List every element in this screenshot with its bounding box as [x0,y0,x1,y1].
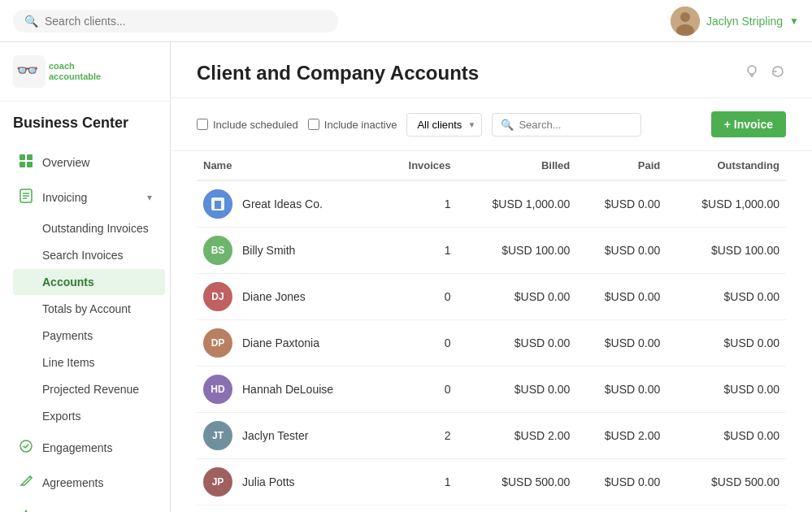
main-content: Client and Company Accounts Include sche… [171,42,812,512]
cell-paid: $USD 0.00 [576,505,667,513]
cell-invoices: 0 [384,505,457,513]
cell-billed: $USD 2.00 [458,413,577,459]
svg-rect-18 [215,201,218,204]
table-row[interactable]: PPPoppy Paxton0$USD 0.00$USD 0.00$USD 0.… [197,505,786,513]
include-scheduled-input[interactable] [197,119,208,130]
bulb-icon[interactable] [744,63,760,84]
sidebar-item-totals-by-account[interactable]: Totals by Account [13,296,165,322]
sidebar-item-line-items[interactable]: Line Items [13,349,165,375]
logo-area: 👓 coachaccountable [0,42,170,102]
cell-invoices: 1 [384,180,457,228]
search-invoices-label: Search Invoices [42,249,124,262]
cell-name: BSBilly Smith [197,228,384,274]
include-scheduled-label: Include scheduled [213,119,298,131]
table-search-input[interactable] [519,119,632,131]
line-items-label: Line Items [42,356,95,369]
table-row[interactable]: BSBilly Smith1$USD 100.00$USD 0.00$USD 1… [197,228,786,274]
row-name-label: Great Ideas Co. [242,197,323,210]
client-filter-select[interactable]: All clients [406,113,482,137]
include-inactive-checkbox[interactable]: Include inactive [308,119,397,131]
sidebar-item-overview[interactable]: Overview [5,145,165,179]
accounts-table: Name Invoices Billed Paid Outstanding Gr… [197,151,786,512]
cell-paid: $USD 2.00 [576,413,667,459]
offerings-icon [18,509,34,512]
sidebar-item-agreements[interactable]: Agreements [5,466,165,499]
cell-invoices: 1 [384,459,457,505]
agreements-icon [18,474,34,491]
header-icons [744,63,786,84]
row-name-label: Diane Paxtonia [242,336,319,349]
include-inactive-input[interactable] [308,119,319,130]
avatar [671,7,700,36]
table-search-bar[interactable]: 🔍 [492,113,641,137]
row-name-label: Billy Smith [242,244,295,257]
cell-paid: $USD 0.00 [576,459,667,505]
sidebar-item-accounts[interactable]: Accounts [13,269,165,295]
add-invoice-button[interactable]: + Invoice [711,111,786,137]
table-row[interactable]: Great Ideas Co.1$USD 1,000.00$USD 0.00$U… [197,180,786,228]
avatar [203,189,232,219]
table-row[interactable]: JPJulia Potts1$USD 500.00$USD 0.00$USD 5… [197,459,786,505]
avatar: DJ [203,282,232,311]
agreements-label: Agreements [42,476,103,489]
cell-billed: $USD 0.00 [458,505,577,513]
avatar: BS [203,236,232,265]
sidebar-item-exports[interactable]: Exports [13,403,165,429]
client-search-bar[interactable]: 🔍 [13,10,338,33]
main-header: Client and Company Accounts [171,42,812,98]
table-row[interactable]: HDHannah DeLouise0$USD 0.00$USD 0.00$USD… [197,367,786,413]
col-billed: Billed [458,151,577,180]
client-search-input[interactable] [45,15,327,28]
svg-rect-19 [218,201,221,204]
sidebar-item-payments[interactable]: Payments [13,323,165,349]
client-filter-wrap[interactable]: All clients [406,113,482,137]
cell-name: DJDiane Jones [197,274,384,320]
sidebar-item-projected-revenue[interactable]: Projected Revenue [13,376,165,402]
svg-text:👓: 👓 [16,59,39,81]
totals-by-account-label: Totals by Account [42,302,131,315]
cell-name: HDHannah DeLouise [197,367,384,413]
cell-outstanding: $USD 0.00 [667,413,786,459]
sidebar-title: Business Center [0,102,170,145]
sidebar-item-outstanding-invoices[interactable]: Outstanding Invoices [13,215,165,241]
table-row[interactable]: DJDiane Jones0$USD 0.00$USD 0.00$USD 0.0… [197,274,786,320]
sidebar-item-engagements[interactable]: Engagements [5,431,165,464]
cell-billed: $USD 0.00 [458,320,577,367]
user-menu[interactable]: Jaclyn Stripling ▼ [671,7,799,36]
cell-outstanding: $USD 0.00 [667,274,786,320]
table-search-icon: 🔍 [501,119,514,131]
row-name-label: Hannah DeLouise [242,383,333,396]
row-name-label: Jaclyn Tester [242,429,308,442]
sidebar-item-invoicing[interactable]: Invoicing ▾ [5,180,165,214]
svg-rect-20 [215,204,221,209]
sidebar-item-offerings[interactable]: Offerings [5,501,165,512]
svg-rect-8 [27,162,33,167]
sidebar-item-invoicing-label: Invoicing [42,191,87,204]
username-label: Jaclyn Stripling [706,15,783,28]
topbar: 🔍 Jaclyn Stripling ▼ [0,0,812,42]
invoicing-submenu: Outstanding Invoices Search Invoices Acc… [0,215,170,430]
row-name-label: Julia Potts [242,475,295,488]
cell-outstanding: $USD 500.00 [667,459,786,505]
payments-label: Payments [42,329,93,342]
sidebar: 👓 coachaccountable Business Center Overv… [0,42,171,512]
col-name: Name [197,151,384,180]
logo-icon: 👓 [13,55,46,88]
cell-paid: $USD 0.00 [576,367,667,413]
cell-paid: $USD 0.00 [576,320,667,367]
user-menu-chevron-icon: ▼ [789,15,799,27]
page-title: Client and Company Accounts [197,62,479,85]
refresh-icon[interactable] [770,63,786,84]
sidebar-item-search-invoices[interactable]: Search Invoices [13,242,165,268]
accounts-label: Accounts [42,276,94,289]
invoicing-chevron-icon: ▾ [147,192,152,203]
avatar: JP [203,467,232,497]
cell-name: DPDiane Paxtonia [197,320,384,367]
row-name-label: Diane Jones [242,290,306,303]
svg-point-1 [680,12,690,22]
include-scheduled-checkbox[interactable]: Include scheduled [197,119,298,131]
table-row[interactable]: DPDiane Paxtonia0$USD 0.00$USD 0.00$USD … [197,320,786,367]
avatar: HD [203,375,232,404]
table-row[interactable]: JTJaclyn Tester2$USD 2.00$USD 2.00$USD 0… [197,413,786,459]
col-outstanding: Outstanding [667,151,786,180]
